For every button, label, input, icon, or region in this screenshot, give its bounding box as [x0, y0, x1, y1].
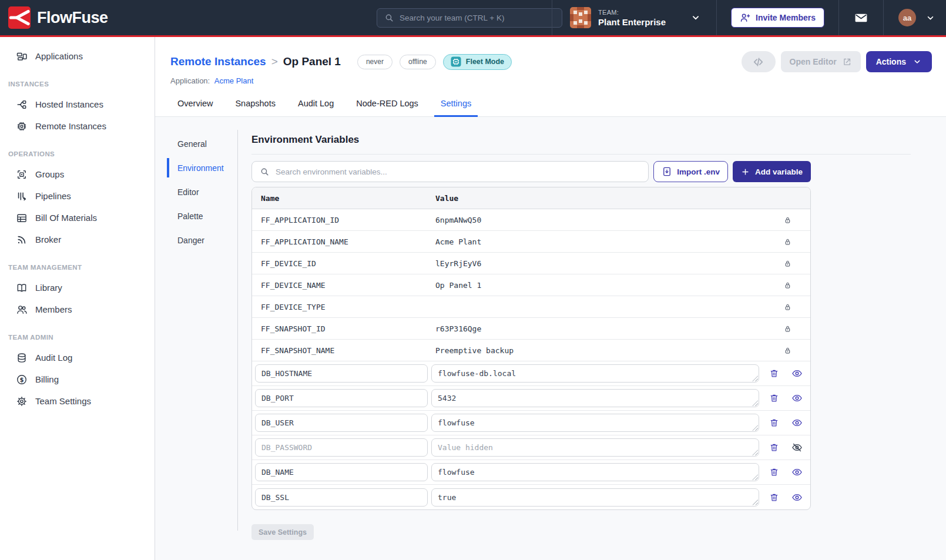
env-name-input[interactable]: [255, 414, 428, 432]
fleet-mode-badge[interactable]: Fleet Mode: [443, 54, 512, 70]
lock-icon: [783, 303, 792, 311]
user-avatar: aa: [898, 9, 916, 26]
delete-variable-button[interactable]: [769, 368, 779, 378]
table-row: FF_DEVICE_NAME Op Panel 1: [252, 274, 810, 296]
sidebar-item-remote-instances[interactable]: Remote Instances: [0, 115, 155, 137]
sidebar-item-billing[interactable]: Billing: [0, 368, 155, 390]
breadcrumb-parent-link[interactable]: Remote Instances: [170, 55, 266, 68]
table-row: [252, 411, 810, 435]
team-search-input[interactable]: [400, 14, 555, 22]
sidebar-item-label: Library: [35, 283, 62, 293]
env-value: Acme Plant: [435, 237, 759, 246]
sidebar-item-label: Applications: [35, 51, 83, 61]
brand[interactable]: FlowFuse: [8, 6, 108, 29]
sidebar-section-instances: INSTANCES: [0, 74, 155, 93]
delete-variable-button[interactable]: [769, 442, 779, 452]
env-name: FF_DEVICE_TYPE: [252, 303, 435, 311]
sidebar-item-team-settings[interactable]: Team Settings: [0, 390, 155, 412]
env-search[interactable]: [251, 161, 649, 182]
environment-panel: Environment Variables Import .env Add va…: [238, 130, 946, 560]
env-value-input[interactable]: [431, 389, 759, 407]
tab-node-red-logs[interactable]: Node-RED Logs: [355, 94, 420, 116]
tab-overview[interactable]: Overview: [176, 94, 214, 116]
page-title: Op Panel 1: [283, 55, 341, 68]
tab-snapshots[interactable]: Snapshots: [234, 94, 277, 116]
settings-nav-danger[interactable]: Danger: [167, 228, 237, 252]
env-name-input[interactable]: [255, 438, 428, 457]
application-link[interactable]: Acme Plant: [214, 76, 253, 85]
settings-nav-editor[interactable]: Editor: [167, 180, 237, 204]
toggle-visibility-button[interactable]: [791, 368, 803, 379]
toggle-visibility-button[interactable]: [791, 467, 803, 478]
env-value-input[interactable]: [431, 414, 759, 432]
sidebar-item-broker[interactable]: Broker: [0, 229, 155, 250]
env-name-input[interactable]: [255, 463, 428, 481]
user-menu[interactable]: aa: [884, 9, 946, 26]
sidebar-item-members[interactable]: Members: [0, 299, 155, 320]
trash-icon: [769, 442, 779, 452]
delete-variable-button[interactable]: [769, 467, 779, 477]
database-icon: [16, 352, 28, 364]
save-settings-button[interactable]: Save Settings: [251, 524, 314, 540]
env-name: FF_DEVICE_NAME: [252, 281, 435, 290]
tab-audit-log[interactable]: Audit Log: [297, 94, 335, 116]
settings-nav-palette[interactable]: Palette: [167, 204, 237, 228]
sidebar-item-label: Members: [35, 304, 72, 314]
toggle-visibility-button[interactable]: [791, 417, 803, 428]
notifications-button[interactable]: [839, 0, 883, 35]
breadcrumb: Remote Instances > Op Panel 1: [170, 55, 341, 68]
trash-icon: [769, 418, 779, 428]
delete-variable-button[interactable]: [769, 492, 779, 502]
actions-label: Actions: [876, 57, 906, 66]
sidebar-item-bill-of-materials[interactable]: Bill Of Materials: [0, 207, 155, 229]
divider: [251, 154, 911, 155]
status-badge: offline: [400, 55, 436, 69]
sidebar-item-audit-log[interactable]: Audit Log: [0, 347, 155, 368]
add-variable-button[interactable]: Add variable: [733, 161, 811, 182]
column-header-value: Value: [435, 194, 759, 203]
eye-icon: [791, 393, 803, 404]
table-row: [252, 386, 810, 411]
team-search[interactable]: [377, 8, 562, 28]
status-badges: never offline Fleet Mode: [357, 54, 512, 70]
sidebar-item-library[interactable]: Library: [0, 277, 155, 299]
delete-variable-button[interactable]: [769, 418, 779, 428]
env-name-input[interactable]: [255, 389, 428, 407]
toggle-visibility-button[interactable]: [791, 393, 803, 404]
sidebar-item-label: Team Settings: [35, 396, 91, 406]
delete-variable-button[interactable]: [769, 393, 779, 403]
env-name: FF_SNAPSHOT_NAME: [252, 346, 435, 355]
env-value-input[interactable]: [431, 438, 759, 457]
search-icon: [384, 13, 394, 23]
sidebar-item-applications[interactable]: Applications: [0, 45, 155, 67]
import-env-label: Import .env: [677, 167, 720, 176]
sidebar-item-groups[interactable]: Groups: [0, 163, 155, 185]
env-value-input[interactable]: [431, 463, 759, 481]
sidebar-item-hosted-instances[interactable]: Hosted Instances: [0, 93, 155, 115]
env-value-input[interactable]: [431, 488, 759, 507]
lock-icon: [783, 324, 792, 333]
settings-nav-environment[interactable]: Environment: [167, 156, 237, 180]
settings-nav-general[interactable]: General: [167, 132, 237, 156]
last-seen-badge: never: [357, 55, 393, 69]
table-row: [252, 460, 810, 485]
env-value-input[interactable]: [431, 364, 759, 383]
actions-button[interactable]: Actions: [866, 51, 932, 72]
chip-icon: [16, 120, 28, 132]
env-name-input[interactable]: [255, 488, 428, 507]
developer-mode-button[interactable]: [742, 51, 776, 72]
import-env-button[interactable]: Import .env: [653, 161, 728, 182]
sidebar-item-pipelines[interactable]: Pipelines: [0, 185, 155, 207]
env-name-input[interactable]: [255, 364, 428, 383]
pipelines-icon: [16, 190, 28, 202]
toggle-visibility-button[interactable]: [791, 442, 803, 453]
invite-members-button[interactable]: Invite Members: [731, 8, 824, 28]
team-selector[interactable]: TEAM: Plant Enterprise: [552, 7, 716, 28]
open-editor-button[interactable]: Open Editor: [781, 51, 861, 72]
table-row: FF_SNAPSHOT_NAME Preemptive backup: [252, 340, 810, 361]
tab-settings[interactable]: Settings: [440, 94, 472, 116]
team-avatar: [570, 7, 591, 28]
toggle-visibility-button[interactable]: [791, 492, 803, 503]
env-search-input[interactable]: [276, 167, 640, 176]
external-link-icon: [842, 57, 852, 67]
